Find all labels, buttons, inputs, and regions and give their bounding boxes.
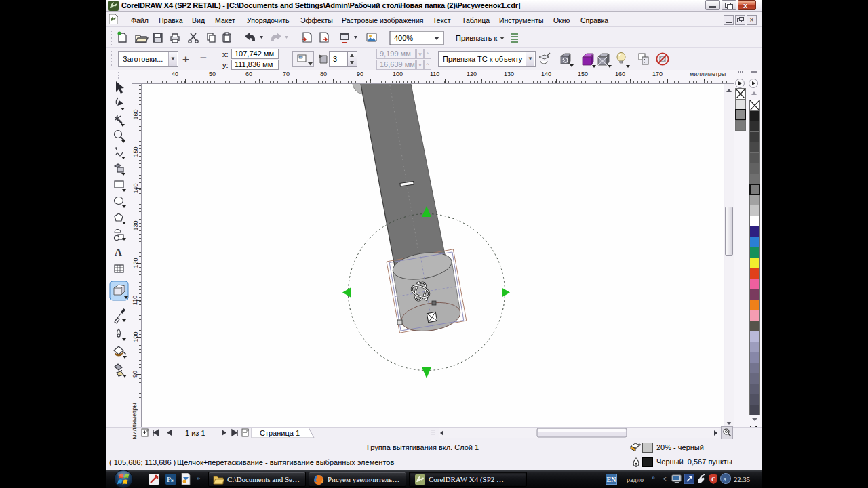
svg-text:Страница 1: Страница 1 <box>260 429 300 437</box>
svg-text:Привязать к: Привязать к <box>456 34 498 42</box>
svg-text:400%: 400% <box>394 34 413 42</box>
svg-text:A: A <box>115 247 122 258</box>
svg-text:C: C <box>711 476 716 483</box>
svg-text:1 из 1: 1 из 1 <box>185 429 205 437</box>
svg-text:Ps: Ps <box>167 476 174 483</box>
svg-text:a: a <box>724 475 727 483</box>
